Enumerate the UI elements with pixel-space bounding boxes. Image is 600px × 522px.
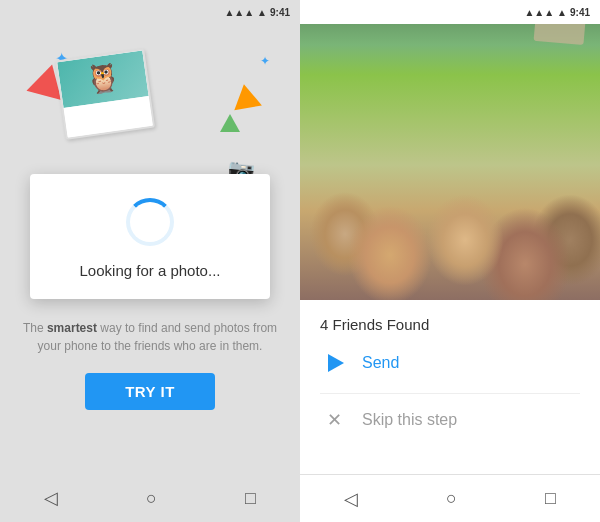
spinner-container: [126, 198, 174, 246]
recent-button-left[interactable]: □: [245, 488, 256, 509]
send-triangle-shape: [328, 354, 344, 372]
modal-card: Looking for a photo...: [30, 174, 270, 299]
selfie-photo: [300, 0, 600, 300]
illustration-area: ✦ 🦉 ✦ 📷: [0, 34, 300, 194]
home-button-right[interactable]: ○: [446, 488, 457, 509]
triangle-right-shape: [230, 82, 262, 110]
subtitle-text: The smartest way to find and send photos…: [0, 319, 300, 355]
skip-label: Skip this step: [362, 411, 457, 429]
status-bar-right: ▲▲▲ ▲ 9:41: [300, 0, 600, 24]
friends-found-label: 4 Friends Found: [320, 316, 580, 333]
back-button-right[interactable]: ◁: [344, 488, 358, 510]
status-icons-left: ▲▲▲ ▲ 9:41: [224, 7, 290, 18]
send-label: Send: [362, 354, 399, 372]
status-bar-left: ▲▲▲ ▲ 9:41: [0, 0, 300, 24]
skip-icon: ✕: [320, 406, 348, 434]
send-icon: [320, 349, 348, 377]
sparkle-right-icon: ✦: [260, 54, 270, 68]
signal-icon-left: ▲▲▲: [224, 7, 254, 18]
smart-word: smartest: [47, 321, 97, 335]
loading-spinner: [126, 198, 174, 246]
triangle-small-shape: [220, 114, 240, 132]
wifi-icon-left: ▲: [257, 7, 267, 18]
try-it-button[interactable]: TRY IT: [85, 373, 215, 410]
signal-icon-right: ▲▲▲: [524, 7, 554, 18]
recent-button-right[interactable]: □: [545, 488, 556, 509]
left-panel: ▲▲▲ ▲ 9:41 ✦ 🦉 ✦ 📷 Looking for a photo..…: [0, 0, 300, 522]
send-action[interactable]: Send: [320, 349, 580, 377]
nav-bar-left: ◁ ○ □: [0, 474, 300, 522]
skip-action[interactable]: ✕ Skip this step: [320, 406, 580, 434]
looking-for-photo-text: Looking for a photo...: [80, 262, 221, 279]
photo-frame: 🦉: [55, 48, 155, 140]
time-right: 9:41: [570, 7, 590, 18]
back-button-left[interactable]: ◁: [44, 487, 58, 509]
wifi-icon-right: ▲: [557, 7, 567, 18]
status-icons-right: ▲▲▲ ▲ 9:41: [524, 7, 590, 18]
home-button-left[interactable]: ○: [146, 488, 157, 509]
right-panel: ▲▲▲ ▲ 9:41 4 Friends Found Send ✕ Skip t…: [300, 0, 600, 522]
nav-bar-right: ◁ ○ □: [300, 474, 600, 522]
owl-icon: 🦉: [83, 60, 122, 98]
time-left: 9:41: [270, 7, 290, 18]
divider: [320, 393, 580, 394]
